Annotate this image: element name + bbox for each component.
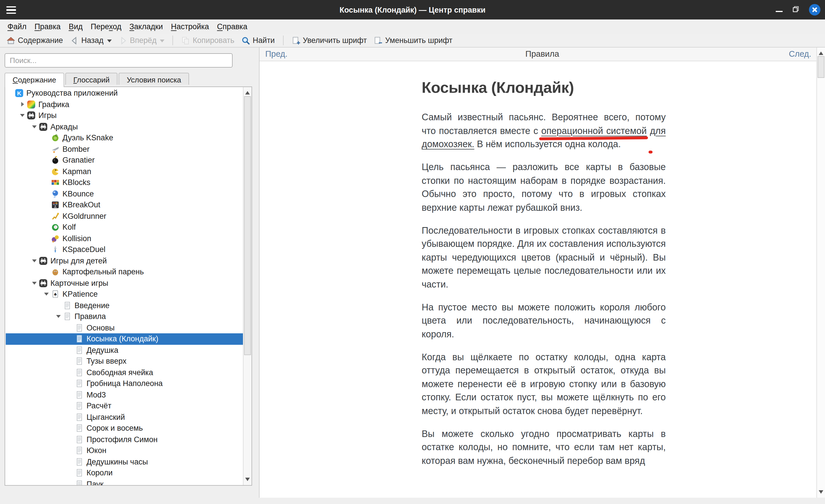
games-icon <box>39 257 48 265</box>
tree-item-label: Аркады <box>51 122 78 131</box>
tree-item[interactable]: Kapman <box>6 166 243 177</box>
back-button[interactable]: Назад <box>66 35 107 46</box>
scrollbar-thumb[interactable] <box>244 96 251 355</box>
tree-item[interactable]: Дедушка <box>6 344 243 356</box>
expander-icon[interactable] <box>30 123 39 131</box>
tree-item[interactable]: Тузы вверх <box>6 356 243 367</box>
tree-item[interactable]: Карточные игры <box>6 277 243 289</box>
back-button-dropdown[interactable] <box>107 39 111 45</box>
menu-file[interactable]: Файл <box>3 21 30 33</box>
scroll-up-button[interactable] <box>243 88 251 95</box>
tree-item[interactable]: Дуэль KSnake <box>6 132 243 144</box>
tree-item[interactable]: Сорок и восемь <box>6 423 243 434</box>
tree-item[interactable]: Granatier <box>6 155 243 166</box>
kbounce-icon <box>51 189 60 198</box>
decrease-font-button[interactable]: Уменьшить шрифт <box>370 35 456 46</box>
close-button[interactable] <box>809 4 820 15</box>
tree-item[interactable]: Графика <box>6 99 243 110</box>
tree-item[interactable]: KBreakOut <box>6 199 243 211</box>
menu-bookmarks[interactable]: Закладки <box>126 21 167 33</box>
tab-contents[interactable]: Содержание <box>5 73 64 87</box>
expander-icon[interactable] <box>30 279 39 287</box>
tree-item-label: Сорок и восемь <box>86 424 143 433</box>
expander-icon[interactable] <box>54 313 63 321</box>
expander-icon[interactable] <box>18 102 27 107</box>
tree-item[interactable]: Расчёт <box>6 400 243 412</box>
tree-item[interactable]: Короли <box>6 467 243 479</box>
menu-help[interactable]: Справка <box>213 21 251 33</box>
document-pane: Пред. Правила След. Косынка (Клондайк) С… <box>259 48 825 498</box>
copy-button[interactable]: Копировать <box>178 35 238 46</box>
forward-button[interactable]: Вперёд <box>115 35 160 46</box>
zoomin-icon <box>291 36 300 45</box>
scroll-down-button[interactable] <box>817 490 825 497</box>
tree-item[interactable]: Косынка (Клондайк) <box>6 333 243 344</box>
search-input[interactable] <box>5 53 233 68</box>
tree-item[interactable]: Аркады <box>6 121 243 132</box>
doc-icon <box>75 469 84 477</box>
tree-item[interactable]: KBlocks <box>6 177 243 188</box>
tree-item[interactable]: Картофельный парень <box>6 266 243 277</box>
menu-edit[interactable]: Правка <box>30 21 64 33</box>
scroll-up-button[interactable] <box>817 49 825 56</box>
document-scrollbar[interactable] <box>816 48 825 498</box>
tree-item[interactable]: Kolf <box>6 222 243 233</box>
menu-view[interactable]: Вид <box>65 21 87 33</box>
tree-item[interactable]: Паук <box>6 479 243 485</box>
expander-icon[interactable] <box>30 257 39 265</box>
scroll-down-button[interactable] <box>243 477 251 484</box>
tree-item-label: Правила <box>74 313 106 321</box>
tree-item[interactable]: Kollision <box>6 233 243 244</box>
next-link[interactable]: След. <box>789 49 811 59</box>
find-icon <box>241 36 250 45</box>
tree-item-label: KBlocks <box>63 178 90 187</box>
tree-item-label: Расчёт <box>86 402 111 410</box>
bomber-icon <box>51 145 60 154</box>
tree-item[interactable]: ♠KPatience <box>6 289 243 300</box>
tree-item-label: Косынка (Клондайк) <box>86 335 158 343</box>
tree-item-label: Дуэль KSnake <box>63 134 113 142</box>
tree-item[interactable]: Mod3 <box>6 389 243 400</box>
menu-settings[interactable]: Настройка <box>167 21 213 33</box>
close-icon <box>811 6 819 14</box>
tree-item[interactable]: Правила <box>6 311 243 322</box>
tree-scrollbar[interactable] <box>243 87 251 485</box>
tree-item[interactable]: Основы <box>6 322 243 333</box>
tree-item-label: Простофиля Симон <box>86 435 158 444</box>
scrollbar-thumb[interactable] <box>818 56 824 78</box>
expander-icon[interactable] <box>18 112 27 119</box>
tree-item[interactable]: Игры для детей <box>6 255 243 266</box>
tree-item[interactable]: Простофиля Симон <box>6 434 243 445</box>
find-button[interactable]: Найти <box>238 35 278 46</box>
kblocks-icon <box>51 178 60 187</box>
doc-icon <box>63 301 72 310</box>
tree-item[interactable]: Юкон <box>6 445 243 456</box>
tree-item[interactable]: KSpaceDuel <box>6 244 243 255</box>
paragraph: Вы можете сколько угодно просматривать к… <box>422 427 666 467</box>
increase-font-button[interactable]: Увеличить шрифт <box>288 35 370 46</box>
tree-item[interactable]: KРуководства приложений <box>6 88 243 99</box>
tree-item[interactable]: KBounce <box>6 188 243 199</box>
tree-item[interactable]: Свободная ячейка <box>6 367 243 378</box>
forward-button-dropdown[interactable] <box>160 39 165 45</box>
tree-item-label: Дедушкины часы <box>86 457 148 466</box>
tree-item[interactable]: Bomber <box>6 144 243 155</box>
menu-go[interactable]: Переход <box>87 21 126 33</box>
tree-item[interactable]: Цыганский <box>6 412 243 423</box>
tree-item[interactable]: KGoldrunner <box>6 211 243 222</box>
doc-icon <box>75 346 84 354</box>
copy-icon <box>181 36 191 45</box>
minimize-button[interactable] <box>776 7 782 12</box>
kspaceduel-icon <box>51 245 60 254</box>
tree-item[interactable]: Введение <box>6 300 243 311</box>
contents-button[interactable]: Содержание <box>3 35 66 46</box>
tab-search-terms[interactable]: Условия поиска <box>119 73 190 85</box>
maximize-button[interactable] <box>792 5 799 15</box>
tab-glossary[interactable]: Глоссарий <box>65 73 118 85</box>
tree-item[interactable]: Гробница Наполеона <box>6 378 243 389</box>
tree-item[interactable]: Игры <box>6 110 243 121</box>
tree-item[interactable]: Дедушкины часы <box>6 456 243 467</box>
doc-icon <box>63 313 72 321</box>
expander-icon[interactable] <box>42 291 51 298</box>
sidebar-tabs: СодержаниеГлоссарийУсловия поиска <box>5 73 190 87</box>
